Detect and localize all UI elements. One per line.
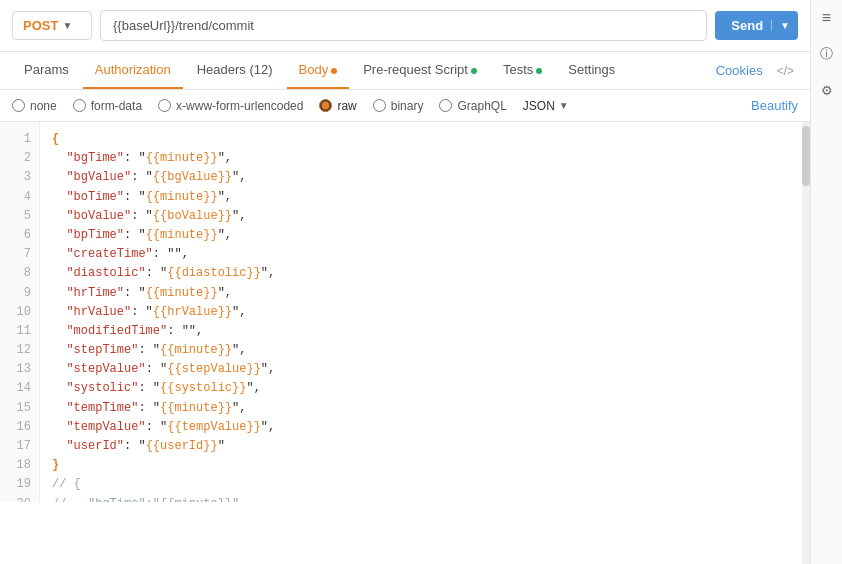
code-line: "modifiedTime": "", xyxy=(52,322,790,341)
editor-scrollbar[interactable] xyxy=(802,122,810,564)
code-line: // "bgTime":"{{minute}}", xyxy=(52,495,790,502)
menu-icon[interactable]: ≡ xyxy=(817,8,837,28)
settings-icon[interactable]: ⚙ xyxy=(817,80,837,100)
code-line: "tempTime": "{{minute}}", xyxy=(52,399,790,418)
line-numbers: 12345678910111213141516171819202122 xyxy=(0,122,40,502)
code-line: { xyxy=(52,130,790,149)
tab-body[interactable]: Body xyxy=(287,52,350,89)
method-value: POST xyxy=(23,18,58,33)
tab-tests[interactable]: Tests xyxy=(491,52,554,89)
option-form-data[interactable]: form-data xyxy=(73,99,142,113)
option-graphql[interactable]: GraphQL xyxy=(439,99,506,113)
tab-pre-request[interactable]: Pre-request Script xyxy=(351,52,489,89)
scrollbar-thumb[interactable] xyxy=(802,126,810,186)
option-raw[interactable]: raw xyxy=(319,99,356,113)
send-chevron-icon: ▼ xyxy=(771,20,798,31)
code-line: "bpTime": "{{minute}}", xyxy=(52,226,790,245)
angle-bracket-icon: </> xyxy=(773,54,798,88)
send-label: Send xyxy=(731,18,771,33)
code-line: } xyxy=(52,456,790,475)
tabs-row: Params Authorization Headers (12) Body P… xyxy=(0,52,810,90)
option-none[interactable]: none xyxy=(12,99,57,113)
tests-dot xyxy=(536,68,542,74)
format-chevron-icon: ▼ xyxy=(559,100,569,111)
code-line: // { xyxy=(52,475,790,494)
body-options-row: none form-data x-www-form-urlencoded raw… xyxy=(0,90,810,122)
pre-request-dot xyxy=(471,68,477,74)
editor-area[interactable]: 12345678910111213141516171819202122 { "b… xyxy=(0,122,802,502)
code-line: "boValue": "{{boValue}}", xyxy=(52,207,790,226)
code-line: "hrTime": "{{minute}}", xyxy=(52,284,790,303)
code-line: "bgValue": "{{bgValue}}", xyxy=(52,168,790,187)
main-area: POST ▼ Send ▼ Params Authorization Heade… xyxy=(0,0,810,564)
send-button[interactable]: Send ▼ xyxy=(715,11,798,40)
tab-settings[interactable]: Settings xyxy=(556,52,627,89)
code-line: "stepTime": "{{minute}}", xyxy=(52,341,790,360)
app-wrapper: POST ▼ Send ▼ Params Authorization Heade… xyxy=(0,0,842,564)
code-line: "systolic": "{{systolic}}", xyxy=(52,379,790,398)
beautify-button[interactable]: Beautify xyxy=(751,98,798,113)
tab-authorization[interactable]: Authorization xyxy=(83,52,183,89)
url-bar: POST ▼ Send ▼ xyxy=(0,0,810,52)
cookies-button[interactable]: Cookies xyxy=(708,53,771,88)
code-line: "diastolic": "{{diastolic}}", xyxy=(52,264,790,283)
url-input[interactable] xyxy=(100,10,707,41)
code-line: "tempValue": "{{tempValue}}", xyxy=(52,418,790,437)
code-content[interactable]: { "bgTime": "{{minute}}", "bgValue": "{{… xyxy=(40,122,802,502)
body-dot xyxy=(331,68,337,74)
editor-container: 12345678910111213141516171819202122 { "b… xyxy=(0,122,810,564)
code-line: "stepValue": "{{stepValue}}", xyxy=(52,360,790,379)
option-binary[interactable]: binary xyxy=(373,99,424,113)
method-chevron-icon: ▼ xyxy=(62,20,72,31)
format-select[interactable]: JSON ▼ xyxy=(523,99,569,113)
tab-params[interactable]: Params xyxy=(12,52,81,89)
code-line: "bgTime": "{{minute}}", xyxy=(52,149,790,168)
method-select[interactable]: POST ▼ xyxy=(12,11,92,40)
code-line: "boTime": "{{minute}}", xyxy=(52,188,790,207)
code-line: "userId": "{{userId}}" xyxy=(52,437,790,456)
info-icon[interactable]: ⓘ xyxy=(817,44,837,64)
option-urlencoded[interactable]: x-www-form-urlencoded xyxy=(158,99,303,113)
right-sidebar: ≡ ⓘ ⚙ xyxy=(810,0,842,564)
code-line: "hrValue": "{{hrValue}}", xyxy=(52,303,790,322)
tab-headers[interactable]: Headers (12) xyxy=(185,52,285,89)
code-line: "createTime": "", xyxy=(52,245,790,264)
